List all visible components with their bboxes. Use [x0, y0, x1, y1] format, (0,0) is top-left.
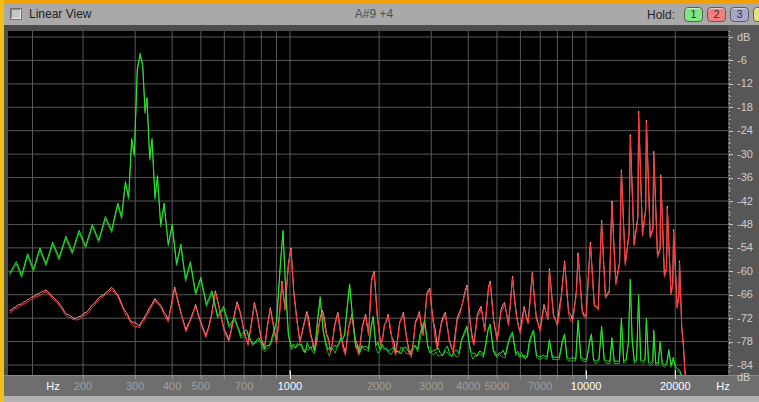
db-minor-tick: [729, 72, 731, 73]
window-left-border: [0, 0, 4, 402]
toolbar: Linear View A#9 +4 Hold: 1 2 3 4: [4, 3, 759, 25]
db-tick: [729, 318, 733, 319]
freq-tick: [244, 375, 245, 379]
freq-minor-tick: [520, 375, 521, 379]
db-minor-tick: [729, 353, 731, 354]
window-top-border: [0, 0, 759, 3]
db-label: -42: [737, 195, 753, 207]
db-minor-tick: [729, 236, 731, 237]
hold-controls: Hold: 1 2 3 4: [647, 7, 759, 22]
freq-label: 700: [220, 380, 268, 392]
db-minor-tick: [729, 166, 731, 167]
db-tick: [729, 131, 733, 132]
db-tick: [729, 224, 733, 225]
db-tick: [729, 60, 733, 61]
db-tick: [729, 107, 733, 108]
db-minor-tick: [729, 119, 731, 120]
db-minor-tick: [729, 283, 731, 284]
db-label: -6: [737, 54, 747, 66]
spectrum-plot[interactable]: [8, 31, 728, 375]
db-tick: [729, 178, 733, 179]
green-hold-trace: [10, 56, 684, 375]
db-label: -78: [737, 335, 753, 347]
freq-tick: [172, 375, 173, 379]
db-tick: [729, 154, 733, 155]
db-minor-tick: [729, 260, 731, 261]
freq-label: 200: [59, 380, 107, 392]
db-tick: [729, 37, 733, 38]
db-label: -54: [737, 241, 753, 253]
db-minor-tick: [729, 330, 731, 331]
db-label: -84: [737, 359, 753, 371]
freq-minor-tick: [261, 375, 262, 379]
db-label: -48: [737, 218, 753, 230]
db-minor-tick: [729, 142, 731, 143]
db-tick: [729, 201, 733, 202]
freq-minor-tick: [573, 375, 574, 379]
db-minor-tick: [729, 189, 731, 190]
freq-tick: [290, 371, 291, 379]
freq-tick: [135, 375, 136, 379]
note-display: A#9 +4: [4, 7, 744, 21]
freq-tick: [379, 375, 380, 379]
freq-label: 500: [177, 380, 225, 392]
db-axis-dotted-line: [729, 31, 730, 375]
db-tick: [729, 248, 733, 249]
db-label: -66: [737, 288, 753, 300]
db-label: -72: [737, 312, 753, 324]
freq-minor-tick: [276, 375, 277, 379]
db-label: -24: [737, 124, 753, 136]
freq-label: 10000: [562, 380, 610, 392]
freq-tick: [431, 375, 432, 379]
freq-tick: [540, 375, 541, 379]
green-trace: [10, 53, 684, 375]
db-minor-tick: [729, 213, 731, 214]
db-label: -12: [737, 77, 753, 89]
db-minor-tick: [729, 96, 731, 97]
freq-label: 1000: [266, 380, 314, 392]
hz-unit-left: Hz: [43, 380, 63, 392]
freq-label: 7000: [516, 380, 564, 392]
hold-button-3[interactable]: 3: [730, 7, 749, 22]
red-trace: [10, 113, 686, 375]
db-minor-tick: [729, 306, 731, 307]
db-label: dB: [737, 371, 750, 383]
hold-button-2[interactable]: 2: [707, 7, 726, 22]
freq-tick: [586, 371, 587, 379]
window-bottom-edge: [4, 396, 759, 402]
db-label: -60: [737, 265, 753, 277]
hold-label: Hold:: [647, 8, 675, 22]
db-tick: [729, 295, 733, 296]
freq-tick: [497, 375, 498, 379]
db-label: -18: [737, 101, 753, 113]
freq-tick: [83, 375, 84, 379]
freq-minor-tick: [557, 375, 558, 379]
db-tick: [729, 365, 733, 366]
hold-button-1[interactable]: 1: [684, 7, 703, 22]
hold-button-4[interactable]: 4: [753, 7, 759, 22]
db-label: -30: [737, 148, 753, 160]
freq-label: 5000: [473, 380, 521, 392]
spectrum-analyzer-window: Linear View A#9 +4 Hold: 1 2 3 4 dB-6-12…: [0, 0, 759, 402]
db-tick: [729, 84, 733, 85]
freq-label: 20000: [651, 380, 699, 392]
freq-label: 2000: [355, 380, 403, 392]
db-tick: [729, 342, 733, 343]
freq-tick: [675, 371, 676, 379]
hz-unit-right: Hz: [713, 380, 733, 392]
db-minor-tick: [729, 49, 731, 50]
freq-tick: [468, 375, 469, 379]
freq-tick: [201, 375, 202, 379]
db-label: dB: [737, 31, 750, 43]
freq-minor-tick: [224, 375, 225, 379]
db-tick: [729, 271, 733, 272]
db-label: -36: [737, 171, 753, 183]
